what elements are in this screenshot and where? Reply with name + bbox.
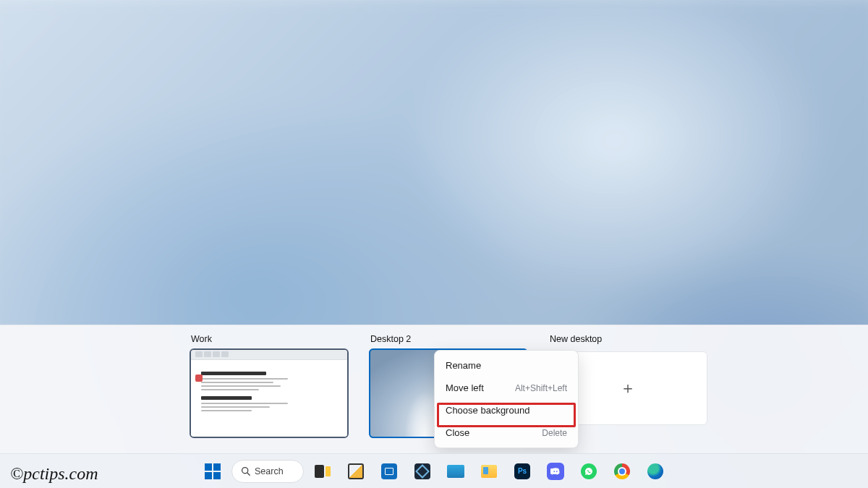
start-button[interactable] [198, 457, 227, 486]
plus-icon: ＋ [620, 377, 636, 399]
menu-item-rename[interactable]: Rename [438, 354, 574, 377]
menu-item-label: Rename [446, 360, 481, 371]
menu-item-close[interactable]: Close Delete [438, 421, 574, 444]
taskbar-app-discord[interactable] [541, 457, 570, 486]
watermark-text: ©pctips.com [10, 464, 98, 484]
task-view-icon [315, 465, 331, 478]
file-explorer-icon [481, 465, 497, 478]
svg-point-2 [553, 471, 555, 472]
menu-item-label: Close [446, 427, 469, 438]
search-icon [241, 466, 250, 476]
taskbar-app-photoshop[interactable]: Ps [508, 457, 537, 486]
menu-item-label: Choose background [446, 405, 529, 416]
virtualbox-icon [414, 463, 430, 479]
menu-item-shortcut: Delete [542, 428, 567, 438]
task-view-button[interactable] [308, 457, 337, 486]
taskbar-search[interactable]: Search [231, 460, 304, 483]
taskbar-app-snipping-tool[interactable] [341, 457, 370, 486]
taskbar-app-file-explorer[interactable] [475, 457, 503, 486]
search-label: Search [255, 466, 284, 476]
taskbar: Search Ps [0, 453, 868, 488]
desktop-label: Work [190, 334, 349, 344]
taskbar-app-edge[interactable] [641, 457, 670, 486]
desktop-context-menu: Rename Move left Alt+Shift+Left Choose b… [434, 350, 579, 448]
menu-item-label: Move left [446, 382, 484, 393]
edge-icon [647, 463, 663, 479]
snipping-tool-icon [348, 463, 364, 479]
desktop-thumbnail[interactable] [190, 348, 349, 438]
svg-point-3 [556, 471, 558, 472]
windows-sandbox-icon [447, 465, 464, 478]
desktop-label: Desktop 2 [369, 334, 528, 344]
svg-line-1 [247, 473, 250, 475]
virtual-desktop-work[interactable]: Work [190, 334, 349, 438]
whatsapp-icon [581, 463, 597, 479]
virtual-desktop-2[interactable]: Desktop 2 Rename Move left Alt+Shift+Lef… [369, 334, 528, 438]
menu-item-choose-background[interactable]: Choose background [438, 399, 574, 421]
photoshop-icon: Ps [514, 463, 530, 479]
menu-item-move-left[interactable]: Move left Alt+Shift+Left [438, 377, 574, 399]
windows-logo-icon [205, 463, 221, 479]
chrome-icon [614, 463, 630, 479]
discord-icon [547, 463, 564, 480]
taskbar-app-microsoft-store[interactable] [375, 457, 404, 486]
menu-item-shortcut: Alt+Shift+Left [515, 383, 567, 393]
task-view-bar: Work Desktop 2 Rename [0, 325, 868, 453]
new-desktop-label: New desktop [548, 334, 678, 344]
virtual-desktops-row: Work Desktop 2 Rename [190, 334, 678, 438]
microsoft-store-icon [381, 463, 397, 479]
taskbar-app-windows-sandbox[interactable] [441, 457, 470, 486]
taskbar-app-whatsapp[interactable] [574, 457, 603, 486]
taskbar-app-virtualbox[interactable] [408, 457, 437, 486]
taskbar-app-chrome[interactable] [608, 457, 637, 486]
